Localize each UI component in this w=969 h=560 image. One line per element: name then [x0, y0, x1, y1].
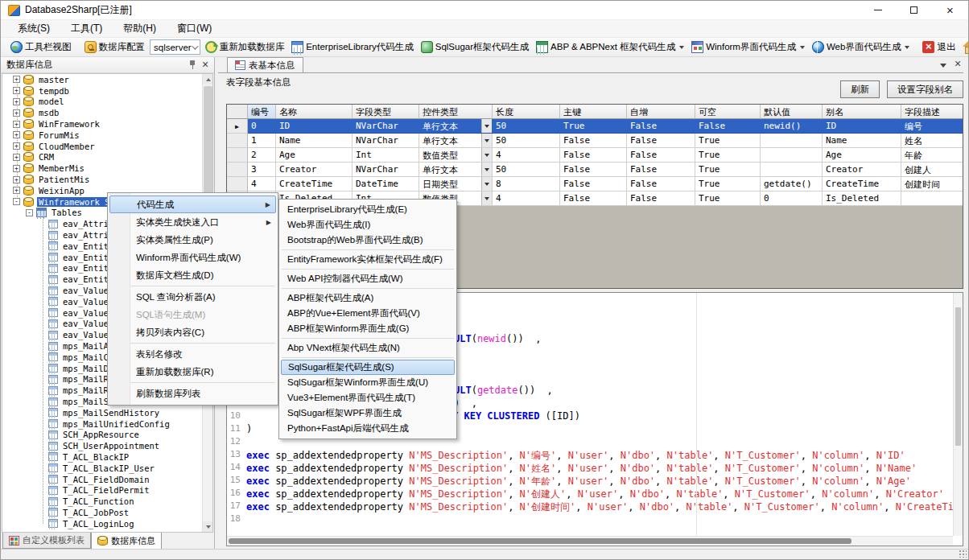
toolbar-button-winform-window[interactable]: Winform界面代码生成: [689, 39, 807, 55]
submenu-item-16[interactable]: Vue3+Element界面代码生成(T): [281, 390, 455, 406]
grid-cell[interactable]: 姓名: [901, 134, 963, 148]
context-menu-item-10[interactable]: 表别名修改: [109, 345, 276, 363]
combo-dropdown-icon[interactable]: [481, 191, 492, 205]
expand-icon[interactable]: +: [13, 87, 20, 94]
context-menu-item-1[interactable]: 实体类生成快速入口▶: [109, 213, 276, 231]
grid-row[interactable]: 1NameNVarChar单行文本50FalseFalseTrueName姓名: [227, 134, 963, 148]
grid-cell[interactable]: False: [560, 134, 627, 148]
submenu-item-14[interactable]: SqlSugar框架代码生成(S): [281, 360, 455, 375]
grid-cell[interactable]: False: [627, 134, 695, 148]
grid-cell[interactable]: 0: [761, 191, 823, 206]
menubar-item-1[interactable]: 工具(T): [60, 20, 113, 37]
grid-cell[interactable]: NVarChar: [353, 119, 419, 134]
grid-cell[interactable]: True: [695, 191, 761, 206]
grid-cell[interactable]: Creator: [823, 163, 901, 177]
grid-cell[interactable]: 编号: [901, 119, 963, 134]
maximize-button[interactable]: [896, 1, 932, 19]
grid-cell[interactable]: Int: [353, 148, 419, 163]
submenu-item-2[interactable]: Bootstrap的Web界面代码生成(B): [281, 233, 455, 248]
vscroll-thumb[interactable]: [955, 307, 961, 446]
tree-item[interactable]: SCH_UserAppointment: [2, 440, 212, 451]
combo-dropdown-icon[interactable]: [481, 134, 492, 147]
tree-item[interactable]: +ForumMis: [2, 130, 212, 141]
grid-cell[interactable]: [761, 134, 823, 148]
submenu-item-6[interactable]: Web API控制器代码生成(W): [281, 271, 455, 286]
combo-dropdown-icon[interactable]: [481, 119, 492, 133]
grid-cell[interactable]: 日期类型: [419, 177, 493, 191]
submenu-item-4[interactable]: EntityFramework实体框架代码生成(F): [281, 252, 455, 267]
grid-cell[interactable]: getdate(): [761, 177, 823, 191]
tree-item[interactable]: +CRM: [2, 152, 212, 163]
context-menu-item-4[interactable]: 数据库文档生成(D): [109, 266, 276, 284]
toolbar-button-db-config[interactable]: 数据库配置: [82, 39, 148, 55]
panel-close-icon[interactable]: [202, 60, 211, 70]
submenu-item-12[interactable]: Abp VNext框架代码生成(N): [281, 340, 455, 356]
toolbar-button-exit[interactable]: 退出: [920, 39, 958, 55]
context-menu-item-3[interactable]: Winform界面代码生成(W): [109, 249, 276, 266]
tree-item[interactable]: T_ACL_FieldPermit: [2, 484, 212, 496]
submenu-item-1[interactable]: Web界面代码生成(I): [281, 217, 455, 233]
close-button[interactable]: ×: [932, 1, 968, 19]
grid-cell[interactable]: True: [695, 134, 761, 148]
grid-cell[interactable]: 4: [493, 191, 560, 206]
minimize-button[interactable]: [860, 1, 896, 19]
grid-cell[interactable]: False: [560, 163, 627, 177]
grid-cell[interactable]: Creator: [276, 163, 353, 177]
grid-cell[interactable]: False: [695, 119, 761, 134]
grid-corner-cell[interactable]: [227, 105, 248, 119]
expand-icon[interactable]: +: [13, 165, 20, 172]
grid-cell[interactable]: False: [627, 163, 695, 177]
collapse-icon[interactable]: -: [13, 198, 20, 205]
grid-cell[interactable]: 1: [248, 134, 276, 148]
grid-cell[interactable]: [761, 148, 823, 163]
grid-header-4[interactable]: 长度: [493, 105, 560, 119]
submenu-item-18[interactable]: Python+FastApi后端代码生成: [281, 421, 455, 436]
grid-cell[interactable]: 创建人: [901, 163, 963, 177]
tree-item[interactable]: T_ACL_BlackIP: [2, 451, 212, 463]
tree-item[interactable]: +master: [2, 74, 212, 85]
grid-cell[interactable]: False: [627, 119, 695, 134]
grid-cell[interactable]: CreateTime: [823, 177, 901, 191]
grid-cell[interactable]: DateTime: [353, 177, 419, 191]
menubar-item-3[interactable]: 窗口(W): [167, 20, 222, 37]
expand-icon[interactable]: +: [13, 142, 20, 150]
tree-item[interactable]: mps_MailSendHistory: [2, 407, 212, 418]
grid-cell[interactable]: False: [627, 177, 695, 191]
grid-cell[interactable]: 2: [248, 148, 276, 163]
tree-item[interactable]: T_ACL_LoginLog: [2, 518, 212, 529]
grid-cell[interactable]: False: [560, 148, 627, 163]
grid-cell[interactable]: 3: [248, 163, 276, 177]
toolbar-button-web-globe[interactable]: Web界面代码生成: [810, 39, 912, 55]
grid-cell[interactable]: False: [627, 191, 695, 206]
grid-cell[interactable]: False: [560, 177, 627, 191]
scroll-down-icon[interactable]: [203, 521, 213, 532]
context-menu-item-8[interactable]: 拷贝列表内容(C): [109, 323, 276, 341]
context-menu-item-0[interactable]: 代码生成▶: [109, 196, 276, 213]
grid-cell[interactable]: 50: [493, 119, 560, 134]
grid-cell[interactable]: Age: [823, 148, 901, 163]
grid-cell[interactable]: CreateTime: [276, 177, 353, 191]
grid-cell[interactable]: [901, 191, 963, 206]
dropdown-caret-icon[interactable]: [800, 46, 805, 49]
grid-cell[interactable]: 单行文本: [419, 134, 493, 148]
grid-cell[interactable]: [761, 163, 823, 177]
expand-icon[interactable]: +: [13, 121, 20, 128]
grid-cell[interactable]: True: [695, 163, 761, 177]
tree-item[interactable]: +CloudMember: [2, 141, 212, 152]
grid-cell[interactable]: 单行文本: [419, 119, 493, 134]
grid-cell[interactable]: 50: [493, 134, 560, 148]
grid-cell[interactable]: Name: [276, 134, 353, 148]
dropdown-caret-icon[interactable]: [679, 46, 684, 49]
collapse-icon[interactable]: -: [26, 209, 33, 216]
toolbar-button-home[interactable]: [960, 39, 969, 55]
tab-table-basic-info[interactable]: 表基本信息: [227, 57, 303, 72]
tree-item[interactable]: T_ACL_FieldDomain: [2, 474, 212, 485]
grid-cell[interactable]: 0: [248, 119, 276, 134]
submenu-item-15[interactable]: SqlSugar框架Winform界面生成(U): [281, 375, 455, 390]
resize-grip-icon[interactable]: [959, 550, 967, 558]
toolbar-button-abp-grid[interactable]: ABP & ABPNext 框架代码生成: [534, 39, 687, 55]
grid-cell[interactable]: Age: [276, 148, 353, 163]
grid-row[interactable]: 4CreateTimeDateTime日期类型8FalseFalseTruege…: [227, 177, 963, 191]
tree-item[interactable]: T_ACL_JobPost: [2, 507, 212, 518]
grid-header-1[interactable]: 名称: [276, 105, 353, 119]
